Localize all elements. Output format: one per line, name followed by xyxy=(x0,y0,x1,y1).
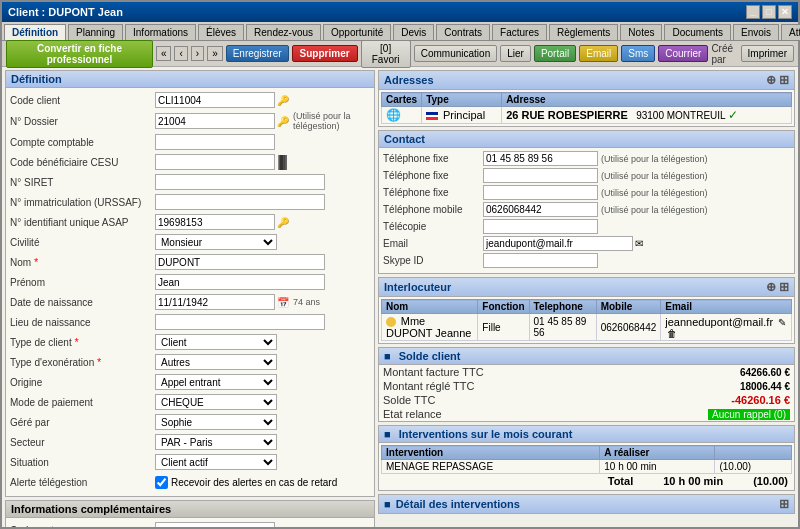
sms-button[interactable]: Sms xyxy=(621,45,655,62)
code-beneficiaire-input[interactable] xyxy=(155,154,275,170)
interventions-icon: ■ xyxy=(384,428,391,440)
adresses-expand-icon[interactable]: ⊞ xyxy=(779,73,789,87)
origine-select[interactable]: Appel entrant xyxy=(155,374,277,390)
convert-button[interactable]: Convertir en fiche professionnel xyxy=(6,40,153,68)
interventions-total-time: 10 h 00 min xyxy=(663,475,723,487)
supprimer-button[interactable]: Supprimer xyxy=(292,45,358,62)
favori-button[interactable]: [0] Favori xyxy=(361,40,411,68)
civilite-select[interactable]: Monsieur xyxy=(155,234,277,250)
tab-definition[interactable]: Définition xyxy=(4,24,66,40)
code-beneficiaire-label: Code bénéficiaire CESU xyxy=(10,157,155,168)
email-button[interactable]: Email xyxy=(579,45,618,62)
minimize-button[interactable]: _ xyxy=(746,5,760,19)
intervention-row: MENAGE REPASSAGE 10 h 00 min (10.00) xyxy=(382,460,792,474)
n-dossier-row: N° Dossier 🔑 (Utilisé pour la télégestio… xyxy=(10,111,370,131)
contact-skype-row: Skype ID xyxy=(383,253,790,268)
main-content: Définition Code client 🔑 N° Dossier 🔑 (U… xyxy=(2,67,798,527)
code-client-input[interactable] xyxy=(155,92,275,108)
close-button[interactable]: ✕ xyxy=(778,5,792,19)
courrier-button[interactable]: Courrier xyxy=(658,45,708,62)
key-icon-2[interactable]: 🔑 xyxy=(277,116,289,127)
adresse-text: 26 RUE ROBESPIERRE xyxy=(506,109,628,121)
n-dossier-input[interactable] xyxy=(155,113,275,129)
interlocuteur-col-fonction: Fonction xyxy=(478,300,529,314)
person-icon xyxy=(386,317,396,327)
calendar-icon[interactable]: 📅 xyxy=(277,297,289,308)
adresses-add-icon[interactable]: ⊕ xyxy=(766,73,776,87)
n-identifiant-row: N° identifiant unique ASAP 🔑 xyxy=(10,213,370,231)
adresses-cell-adresse: 26 RUE ROBESPIERRE 93100 MONTREUIL ✓ xyxy=(502,107,792,124)
n-siret-input[interactable] xyxy=(155,174,325,190)
type-exoneration-row: Type d'exonération * Autres xyxy=(10,353,370,371)
portail-button[interactable]: Portail xyxy=(534,45,576,62)
contact-skype-input[interactable] xyxy=(483,253,598,268)
tab-informations[interactable]: Informations xyxy=(125,24,196,40)
maximize-button[interactable]: □ xyxy=(762,5,776,19)
tab-documents[interactable]: Documents xyxy=(664,24,731,40)
tab-factures[interactable]: Factures xyxy=(492,24,547,40)
interlocuteur-edit-icon[interactable]: ✎ xyxy=(778,317,786,328)
lieu-naissance-input[interactable] xyxy=(155,314,325,330)
detail-icon: ■ xyxy=(384,498,391,510)
date-naissance-input[interactable] xyxy=(155,294,275,310)
date-naissance-row: Date de naissance 📅 74 ans xyxy=(10,293,370,311)
nav-last-button[interactable]: » xyxy=(207,46,223,61)
contact-tel3-input[interactable] xyxy=(483,185,598,200)
n-immatriculation-input[interactable] xyxy=(155,194,325,210)
adresses-title: Adresses xyxy=(384,74,434,86)
tab-rendez-vous[interactable]: Rendez-vous xyxy=(246,24,321,40)
tab-reglements[interactable]: Règlements xyxy=(549,24,618,40)
contact-mobile-note: (Utilisé pour la télégestion) xyxy=(601,205,708,215)
alerte-checkbox[interactable] xyxy=(155,476,168,489)
montant-regle-row: Montant réglé TTC 18006.44 € xyxy=(379,379,794,393)
tab-devis[interactable]: Devis xyxy=(393,24,434,40)
n-immatriculation-label: N° immatriculation (URSSAF) xyxy=(10,197,155,208)
enregistrer-button[interactable]: Enregistrer xyxy=(226,45,289,62)
nav-prev-button[interactable]: ‹ xyxy=(174,46,187,61)
toolbar: Convertir en fiche professionnel « ‹ › »… xyxy=(2,41,798,67)
tab-opportunite[interactable]: Opportunité xyxy=(323,24,391,40)
lier-button[interactable]: Lier xyxy=(500,45,531,62)
code-beneficiaire-row: Code bénéficiaire CESU ||||||| xyxy=(10,153,370,171)
nav-next-button[interactable]: › xyxy=(191,46,204,61)
tab-notes[interactable]: Notes xyxy=(620,24,662,40)
nav-first-button[interactable]: « xyxy=(156,46,172,61)
prenom-input[interactable] xyxy=(155,274,325,290)
contact-skype-label: Skype ID xyxy=(383,255,483,266)
key-icon-3[interactable]: 🔑 xyxy=(277,217,289,228)
situation-select[interactable]: Client actif xyxy=(155,454,277,470)
contact-tel1-note: (Utilisé pour la télégestion) xyxy=(601,154,708,164)
interlocuteur-add-icon[interactable]: ⊕ xyxy=(766,280,776,294)
interlocuteur-expand-icon[interactable]: ⊞ xyxy=(779,280,789,294)
detail-expand-icon[interactable]: ⊞ xyxy=(779,497,789,511)
secteur-select[interactable]: PAR - Paris xyxy=(155,434,277,450)
communication-button[interactable]: Communication xyxy=(414,45,497,62)
contact-tel2-input[interactable] xyxy=(483,168,598,183)
tab-contrats[interactable]: Contrats xyxy=(436,24,490,40)
interlocuteur-del-icon[interactable]: 🗑 xyxy=(667,328,677,339)
tab-eleves[interactable]: Élèves xyxy=(198,24,244,40)
etat-relance-row: Etat relance Aucun rappel (0) xyxy=(379,407,794,421)
gere-par-select[interactable]: Sophie xyxy=(155,414,277,430)
contact-email-input[interactable] xyxy=(483,236,633,251)
mode-paiement-select[interactable]: CHEQUE xyxy=(155,394,277,410)
key-icon[interactable]: 🔑 xyxy=(277,95,289,106)
code-porte-input[interactable] xyxy=(155,522,275,527)
tab-envois[interactable]: Envois xyxy=(733,24,779,40)
type-client-select[interactable]: Client xyxy=(155,334,277,350)
n-identifiant-input[interactable] xyxy=(155,214,275,230)
contact-mobile-input[interactable] xyxy=(483,202,598,217)
contact-tel1-input[interactable] xyxy=(483,151,598,166)
tab-attestations[interactable]: Attestations fiscales xyxy=(781,24,800,40)
situation-row: Situation Client actif xyxy=(10,453,370,471)
type-exoneration-select[interactable]: Autres xyxy=(155,354,277,370)
type-client-row: Type de client * Client xyxy=(10,333,370,351)
tab-planning[interactable]: Planning xyxy=(68,24,123,40)
interlocuteur-col-email: Email xyxy=(661,300,792,314)
nom-input[interactable] xyxy=(155,254,325,270)
contact-fax-input[interactable] xyxy=(483,219,598,234)
imprimer-button[interactable]: Imprimer xyxy=(741,45,794,62)
code-porte-row: Code porte xyxy=(10,521,370,527)
compte-comptable-input[interactable] xyxy=(155,134,275,150)
email-icon[interactable]: ✉ xyxy=(635,238,643,249)
